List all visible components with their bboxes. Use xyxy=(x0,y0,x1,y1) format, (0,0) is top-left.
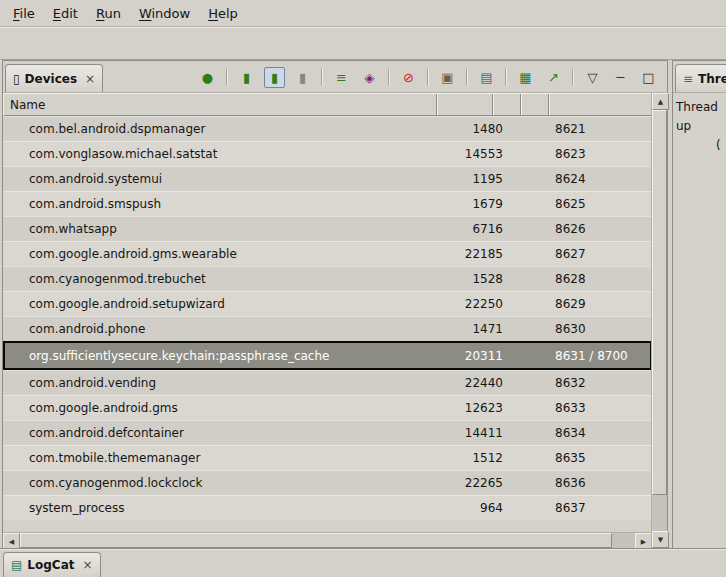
process-port: 8635 xyxy=(547,451,652,465)
minimize-icon[interactable]: ─ xyxy=(610,67,631,88)
tab-devices-label: Devices xyxy=(25,72,77,86)
process-row[interactable]: com.tmobile.thememanager15128635 xyxy=(3,445,652,470)
process-name: com.whatsapp xyxy=(3,222,455,236)
process-port: 8632 xyxy=(547,376,652,390)
process-port: 8629 xyxy=(547,297,652,311)
process-port: 8626 xyxy=(547,222,652,236)
process-name: org.sufficientlysecure.keychain:passphra… xyxy=(5,349,455,363)
screen-capture-icon[interactable]: ▣ xyxy=(437,67,458,88)
process-row[interactable]: com.google.android.gms126238633 xyxy=(3,395,652,420)
process-row[interactable]: com.android.defcontainer144118634 xyxy=(3,420,652,445)
threads-icon: ≡ xyxy=(683,73,693,85)
process-row[interactable]: com.cyanogenmod.lockclock222658636 xyxy=(3,470,652,495)
process-row[interactable]: com.whatsapp67168626 xyxy=(3,216,652,241)
vscroll-track[interactable] xyxy=(652,110,667,531)
process-row[interactable]: com.bel.android.dspmanager14808621 xyxy=(3,116,652,141)
toolbar-separator xyxy=(226,69,228,86)
toolbar-separator xyxy=(388,69,390,86)
column-header-port[interactable] xyxy=(549,94,652,115)
tab-threads[interactable]: ≡ Threads xyxy=(675,64,726,92)
dump-hprof-icon[interactable]: ▮ xyxy=(264,67,285,88)
process-row[interactable]: com.android.phone14718630 xyxy=(3,316,652,341)
process-table: Name com.bel.android.dspmanager14808621c… xyxy=(3,93,667,548)
tab-logcat[interactable]: ▤ LogCat × xyxy=(3,552,101,577)
column-header-name[interactable]: Name xyxy=(4,94,437,115)
hscroll-thumb[interactable] xyxy=(20,533,612,548)
process-name: com.google.android.gms xyxy=(3,401,455,415)
stop-process-icon[interactable]: ⊘ xyxy=(398,67,419,88)
bottom-tabstrip: ▤ LogCat × xyxy=(0,548,726,577)
sysinfo-icon[interactable]: ▦ xyxy=(515,67,536,88)
cause-gc-icon[interactable]: ▮ xyxy=(292,67,313,88)
close-devices-tab-icon[interactable]: × xyxy=(85,72,95,86)
process-row[interactable]: com.cyanogenmod.trebuchet15288628 xyxy=(3,266,652,291)
vscroll-thumb[interactable] xyxy=(652,110,667,495)
scroll-down-icon[interactable]: ▼ xyxy=(652,531,669,548)
process-name: com.cyanogenmod.trebuchet xyxy=(3,272,455,286)
vertical-scrollbar[interactable]: ▲ ▼ xyxy=(651,93,667,548)
hscroll-track[interactable] xyxy=(20,533,635,548)
tab-devices[interactable]: ▯ Devices × xyxy=(5,64,103,92)
process-port: 8621 xyxy=(547,122,652,136)
device-icon: ▯ xyxy=(13,73,20,85)
menu-file[interactable]: File xyxy=(4,3,44,24)
process-name: com.cyanogenmod.lockclock xyxy=(3,476,455,490)
update-threads-icon[interactable]: ≡ xyxy=(331,67,352,88)
menu-window[interactable]: Window xyxy=(130,3,199,24)
process-port: 8630 xyxy=(547,322,652,336)
process-row[interactable]: com.google.android.gms.wearable221858627 xyxy=(3,241,652,266)
start-method-profiling-icon[interactable]: ◈ xyxy=(359,67,380,88)
ddms-window: File Edit Run Window Help ▯ Devices × ●▮… xyxy=(0,0,726,577)
process-port: 8637 xyxy=(547,501,652,515)
network-stats-icon[interactable]: ↗ xyxy=(543,67,564,88)
process-row[interactable]: com.google.android.setupwizard222508629 xyxy=(3,291,652,316)
logcat-icon: ▤ xyxy=(11,559,22,571)
screen-record-icon[interactable]: ▤ xyxy=(476,67,497,88)
process-name: com.bel.android.dspmanager xyxy=(3,122,455,136)
process-name: com.google.android.setupwizard xyxy=(3,297,455,311)
process-port: 8633 xyxy=(547,401,652,415)
scroll-up-icon[interactable]: ▲ xyxy=(652,93,669,110)
process-name: com.android.vending xyxy=(3,376,455,390)
tab-threads-label: Threads xyxy=(698,72,726,86)
process-row[interactable]: com.android.vending224408632 xyxy=(3,370,652,395)
toolbar-separator xyxy=(572,69,574,86)
menu-run[interactable]: Run xyxy=(87,3,130,24)
process-row-selected[interactable]: org.sufficientlysecure.keychain:passphra… xyxy=(3,341,652,370)
menu-bar: File Edit Run Window Help xyxy=(0,0,726,27)
menu-edit[interactable]: Edit xyxy=(44,3,87,24)
process-pid: 14411 xyxy=(455,426,507,440)
close-logcat-tab-icon[interactable]: × xyxy=(82,558,92,572)
process-row[interactable]: com.vonglasow.michael.satstat145538623 xyxy=(3,141,652,166)
toolbar-separator xyxy=(427,69,429,86)
process-pid: 1471 xyxy=(455,322,507,336)
process-row[interactable]: system_process9648637 xyxy=(3,495,652,520)
toolbar-separator xyxy=(466,69,468,86)
process-name: com.tmobile.thememanager xyxy=(3,451,455,465)
process-pid: 964 xyxy=(455,501,507,515)
column-header-heap[interactable] xyxy=(493,94,521,115)
column-header-threads[interactable] xyxy=(521,94,549,115)
process-port: 8623 xyxy=(547,147,652,161)
horizontal-scrollbar[interactable]: ◀ ▶ xyxy=(3,532,652,548)
process-pid: 20311 xyxy=(455,349,507,363)
process-pid: 12623 xyxy=(455,401,507,415)
process-name: com.android.smspush xyxy=(3,197,455,211)
process-port: 8628 xyxy=(547,272,652,286)
process-pid: 1512 xyxy=(455,451,507,465)
view-menu-icon[interactable]: ▽ xyxy=(582,67,603,88)
main-area: ▯ Devices × ●▮▮▮≡◈⊘▣▤▦↗▽─□ Name com.bel.… xyxy=(0,60,726,549)
process-name: com.vonglasow.michael.satstat xyxy=(3,147,455,161)
process-port: 8625 xyxy=(547,197,652,211)
process-row[interactable]: com.android.systemui11958624 xyxy=(3,166,652,191)
debug-process-icon[interactable]: ● xyxy=(197,67,218,88)
update-heap-icon[interactable]: ▮ xyxy=(236,67,257,88)
column-header-pid[interactable] xyxy=(437,94,493,115)
toolbar-separator xyxy=(505,69,507,86)
process-pid: 1528 xyxy=(455,272,507,286)
process-name: com.android.phone xyxy=(3,322,455,336)
process-row[interactable]: com.android.smspush16798625 xyxy=(3,191,652,216)
menu-help[interactable]: Help xyxy=(199,3,247,24)
maximize-icon[interactable]: □ xyxy=(638,67,659,88)
threads-message: Thread up ( xyxy=(673,93,726,161)
